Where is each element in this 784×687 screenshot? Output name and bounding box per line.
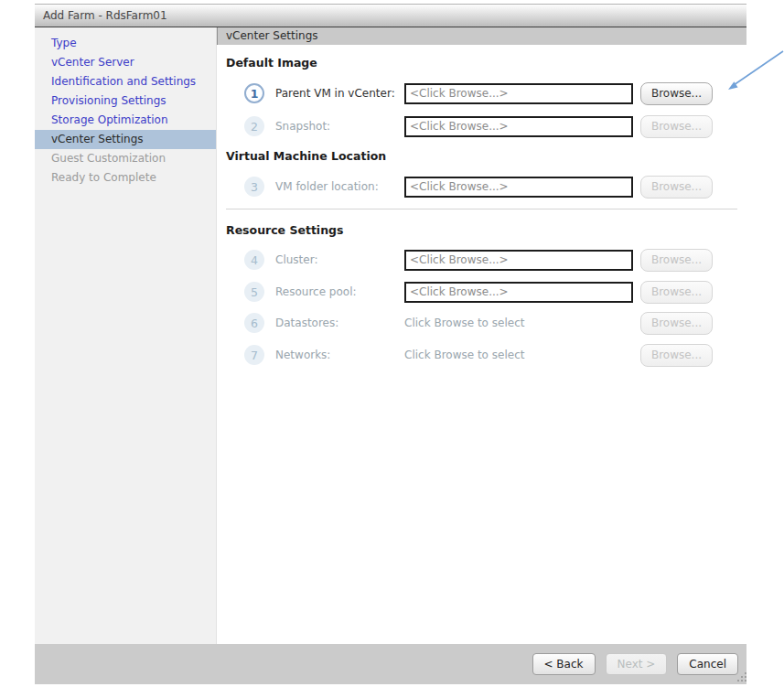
sidebar-item-vcenter-settings[interactable]: vCenter Settings	[35, 130, 216, 149]
step-4-badge: 4	[244, 250, 264, 270]
add-farm-dialog: Add Farm - RdsFarm01 Type vCenter Server…	[35, 4, 746, 684]
dialog-footer: < Back Next > Cancel	[35, 644, 746, 684]
dialog-body: Type vCenter Server Identification and S…	[35, 27, 746, 644]
section-title-vm-location: Virtual Machine Location	[217, 149, 746, 163]
window-title: Add Farm - RdsFarm01	[43, 9, 167, 22]
datastores-label: Datastores:	[275, 317, 404, 329]
step-7-badge: 7	[244, 345, 264, 365]
step-3-badge: 3	[244, 177, 264, 197]
vm-folder-browse-button: Browse...	[640, 176, 713, 199]
next-button: Next >	[606, 653, 668, 675]
step-5-badge: 5	[244, 282, 264, 302]
parent-vm-label: Parent VM in vCenter:	[275, 87, 404, 100]
step-6-badge: 6	[244, 313, 264, 333]
datastores-browse-button: Browse...	[640, 312, 713, 335]
step-row-resource-pool: 5 Resource pool: Browse...	[217, 280, 746, 304]
sidebar-item-vcenter-server[interactable]: vCenter Server	[35, 53, 216, 72]
step-2-badge: 2	[244, 116, 264, 136]
cancel-button[interactable]: Cancel	[677, 653, 738, 675]
step-1-badge: 1	[244, 83, 264, 103]
sidebar-item-identification-and-settings[interactable]: Identification and Settings	[35, 72, 216, 91]
sidebar-item-storage-optimization[interactable]: Storage Optimization	[35, 111, 216, 130]
vm-folder-input	[404, 177, 633, 198]
sidebar-item-provisioning-settings[interactable]: Provisioning Settings	[35, 91, 216, 111]
section-divider	[226, 209, 737, 209]
content-header-title: vCenter Settings	[226, 29, 318, 42]
networks-browse-button: Browse...	[640, 344, 713, 367]
snapshot-input	[404, 116, 633, 137]
wizard-content-pane: vCenter Settings Default Image 1 Parent …	[217, 27, 746, 644]
section-title-resource-settings: Resource Settings	[217, 223, 746, 237]
step-row-parent-vm: 1 Parent VM in vCenter: Browse...	[217, 81, 746, 105]
parent-vm-input[interactable]	[404, 83, 633, 104]
sidebar-item-type[interactable]: Type	[35, 34, 216, 53]
section-title-default-image: Default Image	[217, 56, 746, 70]
resize-grip-icon[interactable]	[736, 671, 748, 683]
cluster-browse-button: Browse...	[640, 249, 713, 272]
back-button[interactable]: < Back	[532, 653, 596, 675]
resource-pool-input	[404, 282, 633, 303]
step-row-cluster: 4 Cluster: Browse...	[217, 248, 746, 272]
step-row-vm-folder: 3 VM folder location: Browse...	[217, 175, 746, 199]
step-row-datastores: 6 Datastores: Click Browse to select Bro…	[217, 311, 746, 335]
content-header-bar: vCenter Settings	[217, 27, 746, 45]
snapshot-browse-button: Browse...	[640, 115, 713, 138]
datastores-hint: Click Browse to select	[404, 317, 633, 329]
networks-label: Networks:	[275, 349, 404, 361]
sidebar-item-guest-customization: Guest Customization	[35, 149, 216, 168]
wizard-steps-sidebar: Type vCenter Server Identification and S…	[35, 27, 217, 644]
sidebar-item-ready-to-complete: Ready to Complete	[35, 168, 216, 188]
resource-pool-browse-button: Browse...	[640, 281, 713, 304]
cluster-label: Cluster:	[275, 253, 404, 266]
vm-folder-label: VM folder location:	[275, 180, 404, 193]
resource-pool-label: Resource pool:	[275, 285, 404, 298]
cluster-input	[404, 250, 633, 271]
networks-hint: Click Browse to select	[404, 349, 633, 361]
step-row-snapshot: 2 Snapshot: Browse...	[217, 114, 746, 138]
step-row-networks: 7 Networks: Click Browse to select Brows…	[217, 343, 746, 367]
dialog-titlebar: Add Farm - RdsFarm01	[35, 4, 746, 27]
parent-vm-browse-button[interactable]: Browse...	[640, 82, 713, 105]
snapshot-label: Snapshot:	[275, 120, 404, 133]
